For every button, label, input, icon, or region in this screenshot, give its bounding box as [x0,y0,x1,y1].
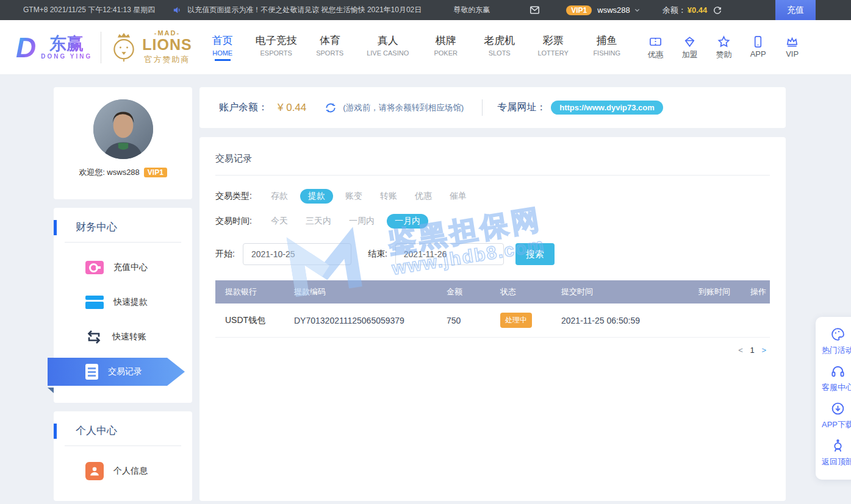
float-item-customer-service[interactable]: 客服中心 [816,364,851,393]
username-dropdown[interactable]: wsws288 [597,5,630,15]
mail-icon[interactable] [529,4,540,16]
filter-type-account-change[interactable]: 账变 [345,189,362,204]
section-title-finance: 财务中心 [65,208,181,243]
transaction-records-panel: 交易记录 交易类型: 存款 提款 账变 转账 优惠 催单 交易时间: 今天 三天… [199,137,786,501]
nav-icon-label: VIP [775,49,810,59]
nav-item-lottery[interactable]: 彩票 LOTTERY [526,34,580,61]
page-prev[interactable]: < [738,346,743,355]
nav-item-label: 棋牌 [419,34,473,48]
refresh-balance-icon[interactable] [325,102,337,114]
nav-item-label: 捕鱼 [580,34,634,48]
main-navbar: D 东赢 DONG YING -MAD- LIONS 官方赞助商 [0,20,851,75]
pagination: < 1 > [219,346,766,355]
filter-time-3days[interactable]: 三天内 [306,214,331,229]
nav-item-sports[interactable]: 体育 SPORTS [303,34,357,61]
vip-level-badge: VIP1 [144,168,167,177]
nav-icon-label: APP [741,49,775,59]
filter-type-reminder[interactable]: 催单 [450,189,467,204]
float-item-app-download[interactable]: APP下载 [816,401,851,430]
astronaut-icon [830,438,846,453]
welcome-text: 欢迎您: wsws288 [79,167,140,178]
nav-icon-join[interactable]: 加盟 [673,35,707,60]
page-number[interactable]: 1 [750,346,755,355]
nav-item-label: 电子竞技 [250,34,303,48]
logo-text-cn: 东赢 [49,35,84,54]
account-balance-label: 账户余额： [219,101,268,114]
nav-item-label: 彩票 [526,34,580,48]
mad-lions-sponsor-logo: -MAD- LIONS 官方赞助商 [110,29,192,65]
th-submit-time: 提交时间 [553,286,690,297]
filter-time-month[interactable]: 一月内 [387,214,428,229]
ticket-icon [648,35,662,49]
filter-type-deposit[interactable]: 存款 [271,189,288,204]
sidebar-item-recharge-center[interactable]: 充值中心 [54,250,192,285]
refresh-icon[interactable] [713,5,722,15]
phone-icon [751,35,765,49]
sidebar-item-personal-info[interactable]: 个人信息 [54,453,192,488]
avatar [93,99,153,159]
nav-item-fishing[interactable]: 捕鱼 FISHING [580,34,634,61]
th-arrive-time: 到账时间 [690,286,742,297]
th-bank: 提款银行 [215,286,285,297]
start-date-input[interactable] [243,243,351,265]
sidebar-item-quick-transfer[interactable]: 快速转账 [54,319,192,354]
exclusive-url-pill[interactable]: https://www.dyvip73.com [551,101,663,115]
nav-item-live-casino[interactable]: 真人 LIVE CASINO [357,34,419,61]
th-code: 提款编码 [285,286,438,297]
nav-icon-app[interactable]: APP [741,35,775,60]
sidebar-item-label: 快速提款 [113,297,148,308]
logo-text-en: DONG YING [41,53,92,60]
sidebar-item-transaction-records[interactable]: 交易记录 [48,358,185,386]
nav-item-sublabel: LOTTERY [526,49,580,57]
nav-item-esports[interactable]: 电子竞技 ESPORTS [250,34,303,61]
float-item-hot-activities[interactable]: 热门活动 [816,327,851,356]
nav-icon-label: 加盟 [673,49,707,60]
nav-icon-promos[interactable]: 优惠 [639,35,673,60]
announcement-text-1: 以充值页面提示为准！不便之处敬请见谅 祝您生活愉快 2021年10月02日 [187,5,422,15]
records-table: 提款银行 提款编码 金额 状态 提交时间 到账时间 操作 USDT钱包 DY70… [215,280,770,355]
cell-status: 处理中 [492,313,553,328]
palette-icon [830,327,846,342]
float-item-label: APP下载 [816,419,851,430]
start-date-label: 开始: [215,249,235,260]
account-balance-bar: 账户余额： ¥ 0.44 (游戏前，请将余额转到相应场馆) 专属网址： http… [199,87,786,128]
search-button[interactable]: 搜索 [515,243,555,265]
recharge-button[interactable]: 充值 [775,0,816,20]
sidebar-item-quick-withdraw[interactable]: 快速提款 [54,285,192,319]
exclusive-url-label: 专属网址： [497,101,546,114]
filter-row-type: 交易类型: 存款 提款 账变 转账 优惠 催单 [215,189,770,204]
nav-item-sublabel: FISHING [580,49,634,57]
filter-time-week[interactable]: 一周内 [349,214,375,229]
filter-type-transfer[interactable]: 转账 [380,189,397,204]
ribbon-fold [48,388,54,393]
float-item-back-to-top[interactable]: 返回顶部 [816,438,851,467]
nav-item-sublabel: POKER [419,49,473,57]
end-date-input[interactable] [395,243,504,265]
th-amount: 金额 [438,286,492,297]
filter-time-today[interactable]: 今天 [271,214,288,229]
announcement-text-2: 尊敬的东赢 [453,5,490,15]
chevron-down-icon[interactable] [634,7,641,13]
nav-item-home[interactable]: 首页 HOME [196,34,250,61]
sidebar-item-label: 交易记录 [108,366,142,377]
page: GTM+8 2021/11/25 下午12:41:13 星期四 以充值页面提示为… [0,0,851,504]
sidebar-item-label: 快速转账 [112,332,146,343]
time-filter-label: 交易时间: [215,216,271,227]
th-action: 操作 [742,286,770,297]
nav-icon-vip[interactable]: VIP [775,35,810,60]
nav-item-slots[interactable]: 老虎机 SLOTS [473,34,526,61]
diamond-icon [683,35,697,49]
nav-icon-sponsorship[interactable]: 赞助 [707,35,741,60]
filter-row-time: 交易时间: 今天 三天内 一周内 一月内 [215,214,770,229]
filter-type-promo[interactable]: 优惠 [415,189,432,204]
page-next[interactable]: > [761,346,766,355]
balance-label: 余额： [662,5,686,16]
account-balance-value: ¥ 0.44 [278,102,306,114]
nav-item-poker[interactable]: 棋牌 POKER [419,34,473,61]
status-badge: 处理中 [500,313,532,328]
filter-type-withdraw[interactable]: 提款 [300,189,333,204]
float-item-label: 返回顶部 [816,456,851,467]
headset-icon [830,364,846,379]
sponsor-lions-text: LIONS [142,37,192,52]
dongying-logo[interactable]: D 东赢 DONG YING [16,34,92,62]
